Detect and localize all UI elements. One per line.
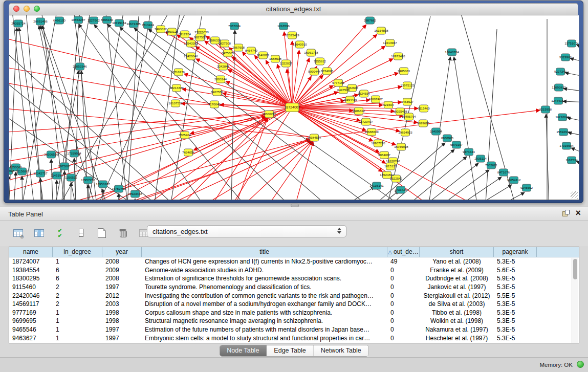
- graph-node-label: 3624554: [358, 92, 371, 95]
- graph-node-label: 10973493: [391, 54, 405, 58]
- graph-node-label: 1350515: [65, 176, 78, 179]
- graph-edge: [9, 107, 292, 155]
- graph-node-label: 1322037: [280, 61, 293, 65]
- window-titlebar[interactable]: citations_edges.txt: [9, 3, 578, 15]
- cell-in_degree: 1: [53, 335, 102, 342]
- graph-edge: [563, 101, 579, 103]
- cell-year: 2012: [102, 292, 142, 299]
- cell-name: 9115460: [9, 283, 53, 291]
- graph-node-label: 7632621: [485, 163, 498, 167]
- close-panel-icon[interactable]: ×: [575, 209, 581, 216]
- graph-node-label: 17016504: [559, 144, 574, 147]
- window-resize-grip[interactable]: [571, 191, 578, 199]
- cell-short: Wolkin et al. (1998): [420, 317, 494, 324]
- memory-status-icon[interactable]: [577, 361, 584, 368]
- column-header-title[interactable]: title: [142, 247, 387, 257]
- graph-node-label: 3242844: [217, 64, 230, 68]
- cell-title: Estimation of the future numbers of pati…: [142, 326, 387, 333]
- table-select-value: citations_edges.txt: [153, 228, 208, 235]
- graph-node-label: 9463627: [401, 100, 414, 103]
- tab-edge-table[interactable]: Edge Table: [267, 345, 313, 356]
- graph-node-label: 1527602: [88, 18, 100, 22]
- table-select-dropdown[interactable]: citations_edges.txt: [147, 225, 346, 237]
- cell-pagerank: 5.3E-5: [494, 300, 537, 308]
- graph-node-label: 9227343: [554, 70, 567, 73]
- table-row[interactable]: 1456911722003Disruption of a novel membe…: [9, 300, 579, 309]
- graph-node-label: 1350061: [10, 165, 23, 169]
- table-row[interactable]: 977716911998Corpus callosum shape and si…: [9, 309, 579, 317]
- network-canvas[interactable]: 1872400718300295193845542405572420691406…: [9, 15, 579, 200]
- graph-node-label: 17957253: [81, 178, 95, 182]
- tab-network-table[interactable]: Network Table: [314, 345, 368, 356]
- graph-node-label: 15751074: [564, 41, 579, 45]
- graph-node-label: 9115460: [418, 106, 430, 110]
- graph-edge: [131, 107, 292, 200]
- graph-node-label: 8475685: [222, 51, 234, 55]
- graph-node-label: 8466160: [101, 18, 114, 21]
- table-row[interactable]: 1872400712008Changes of HCN gene express…: [9, 257, 579, 266]
- graph-node-label: 1167534: [565, 158, 578, 162]
- column-header-year[interactable]: year: [102, 247, 142, 257]
- cell-short: Dudbridge et al. (2008): [420, 275, 494, 282]
- cell-short: Hescheler et al. (1997): [420, 335, 494, 342]
- new-table-icon[interactable]: [95, 226, 108, 239]
- column-header-pagerank[interactable]: pagerank: [494, 247, 537, 257]
- cell-year: 1997: [102, 326, 142, 333]
- cell-pagerank: 5.9E-5: [494, 275, 537, 282]
- column-header-name[interactable]: name: [9, 247, 53, 257]
- graph-node-label: 14136141: [369, 184, 384, 187]
- graph-node-label: 7513424: [142, 23, 155, 27]
- graph-node-label: 17359924: [67, 151, 81, 155]
- cell-out_degree: 0: [387, 317, 420, 324]
- graph-edge: [454, 57, 478, 200]
- graph-node-label: 22420046: [184, 54, 198, 58]
- cell-title: Structural magnetic resonance image aver…: [142, 317, 387, 324]
- cell-year: 2008: [102, 275, 142, 282]
- scrollbar-thumb[interactable]: [573, 259, 577, 279]
- graph-node-label: 12923448: [128, 192, 142, 195]
- graph-node-label: 1218596: [277, 24, 290, 28]
- table-row[interactable]: 911546021997Tourette syndrome. Phenomeno…: [9, 283, 579, 292]
- memory-status-label: Memory: OK: [539, 362, 573, 368]
- graph-edge: [84, 15, 123, 200]
- graph-edge: [425, 185, 512, 200]
- cell-out_degree: 0: [387, 283, 420, 291]
- graph-node-label: 16210643: [555, 115, 570, 119]
- graph-node-label: 9699695: [417, 121, 430, 125]
- table-row[interactable]: 1938455462009Genome-wide association stu…: [9, 266, 579, 275]
- cell-name: 14569117: [9, 300, 53, 308]
- column-header-out_degree[interactable]: △out_de…: [387, 247, 420, 257]
- table-row[interactable]: 969969511998Structural magnetic resonanc…: [9, 317, 579, 325]
- graph-node-label: 18300295: [262, 112, 276, 116]
- cell-title: Investigating the contribution of common…: [142, 292, 387, 299]
- column-header-in_degree[interactable]: in_degree: [53, 247, 102, 257]
- table-panel-header: Table Panel ×: [0, 207, 588, 221]
- table-settings-icon[interactable]: ⚙: [11, 226, 25, 239]
- table-row[interactable]: 1830029562008Estimation of significance …: [9, 274, 579, 283]
- panel-splitter[interactable]: [0, 203, 588, 207]
- cell-in_degree: 2: [53, 292, 102, 299]
- tab-node-table[interactable]: Node Table: [220, 345, 267, 356]
- graph-edge: [292, 107, 396, 145]
- table-row[interactable]: 946554611997Estimation of the future num…: [9, 325, 579, 334]
- table-vertical-scrollbar[interactable]: [572, 258, 578, 343]
- cell-name: 18300295: [9, 275, 53, 282]
- graph-node-label: 9827508: [219, 41, 231, 45]
- table-columns-icon[interactable]: [32, 226, 46, 239]
- window-title: citations_edges.txt: [9, 5, 578, 13]
- cell-year: 1997: [102, 283, 142, 291]
- graph-edge: [59, 15, 80, 200]
- float-panel-icon[interactable]: [562, 210, 569, 216]
- table-row[interactable]: 946362711997Embryonic stem cells: a mode…: [9, 334, 579, 342]
- select-attributes-icon[interactable]: ✔✔: [53, 226, 67, 239]
- graph-edge: [359, 191, 399, 200]
- cell-name: 9777169: [9, 309, 53, 316]
- cell-title: Corpus callosum shape and size in male p…: [142, 309, 387, 316]
- rows-icon[interactable]: [74, 226, 88, 239]
- table-row[interactable]: 2242004622012Investigating the contribut…: [9, 291, 579, 300]
- graph-node-label: 8471676: [497, 170, 510, 174]
- delete-table-icon[interactable]: [116, 226, 129, 239]
- column-header-short[interactable]: short: [420, 247, 494, 257]
- graph-node-label: 19384554: [307, 136, 321, 139]
- cell-in_degree: 1: [53, 258, 102, 265]
